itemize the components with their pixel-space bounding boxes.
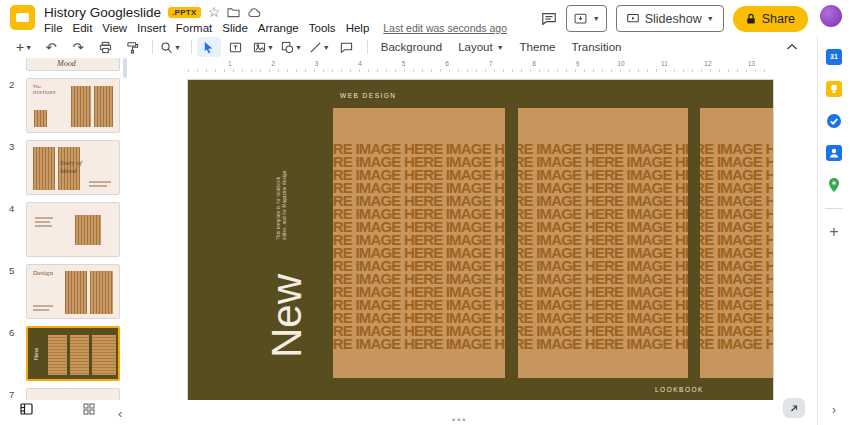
insert-comment-button[interactable] — [335, 37, 359, 57]
filmstrip-view-toggle[interactable] — [20, 401, 33, 419]
add-addon-plus-icon[interactable]: + — [829, 224, 838, 240]
theme-button[interactable]: Theme — [512, 37, 564, 57]
insert-line-button[interactable]: ▼ — [307, 37, 332, 57]
new-slide-button[interactable]: +▼ — [12, 37, 36, 57]
slide-thumbnail-4[interactable] — [26, 202, 120, 257]
toolbar-separator — [367, 40, 368, 54]
menu-item-slide[interactable]: Slide — [222, 22, 248, 34]
topbar-actions: ▼ Slideshow ▼ Share — [541, 5, 808, 32]
menu-item-format[interactable]: Format — [176, 22, 212, 34]
ruler-number: 6 — [425, 60, 468, 67]
collapse-filmstrip-chevron[interactable]: ‹ — [118, 406, 122, 421]
contacts-icon[interactable] — [826, 144, 843, 161]
google-slides-app: History Googleslide .PPTX ☆ File Edit Vi… — [0, 0, 850, 425]
slide-number: 2 — [9, 79, 14, 90]
ruler-number: 5 — [382, 60, 425, 67]
slide-side-note-text[interactable]: This template is for lookbook slides, an… — [276, 166, 287, 240]
slide-filmstrip: Mood 2 The HISTORY 3 Story of Mood — [0, 58, 135, 400]
title-block: History Googleslide .PPTX ☆ File Edit Vi… — [44, 3, 507, 34]
menu-item-view[interactable]: View — [102, 22, 127, 34]
account-avatar[interactable] — [820, 5, 842, 27]
print-button[interactable] — [93, 37, 117, 57]
slideshow-button[interactable]: Slideshow ▼ — [616, 5, 724, 32]
redo-button[interactable]: ↷ — [66, 37, 90, 57]
text-bar — [35, 217, 53, 219]
explore-button[interactable] — [783, 398, 805, 418]
slide-thumbnail-6-selected[interactable]: New — [26, 326, 120, 381]
maps-icon[interactable] — [826, 176, 843, 193]
chevron-down-icon: ▼ — [593, 15, 600, 22]
share-button[interactable]: Share — [733, 6, 808, 32]
present-to-meeting-button[interactable]: ▼ — [566, 5, 607, 32]
text-bar — [35, 221, 50, 223]
ruler-number: 2 — [251, 60, 294, 67]
share-label: Share — [762, 12, 795, 26]
editor-canvas: 12345678910111213 WEB DESIGN IMAGE HERE … — [135, 58, 818, 400]
undo-button[interactable]: ↶ — [39, 37, 63, 57]
keep-icon[interactable] — [826, 80, 843, 97]
thumb-vertical-title: New — [33, 348, 39, 360]
expand-side-panel-chevron[interactable]: › — [818, 403, 850, 417]
zoom-button[interactable]: ▼ — [158, 37, 183, 57]
menu-item-tools[interactable]: Tools — [309, 22, 336, 34]
slide-thumbnail-5[interactable]: Design — [26, 264, 120, 319]
horizontal-ruler: 12345678910111213 — [188, 60, 773, 72]
slide-header-text[interactable]: WEB DESIGN — [340, 92, 397, 99]
menu-item-arrange[interactable]: Arrange — [258, 22, 299, 34]
column-gap — [505, 108, 518, 378]
image-block — [33, 147, 55, 190]
toolbar-separator — [191, 40, 192, 54]
slide-thumbnail-2[interactable]: The HISTORY — [26, 78, 120, 133]
menu-item-insert[interactable]: Insert — [137, 22, 166, 34]
calendar-icon[interactable]: 31 — [826, 48, 843, 65]
image-block — [71, 86, 91, 127]
menu-item-edit[interactable]: Edit — [73, 22, 93, 34]
image-block — [65, 271, 87, 314]
slide-footer-text[interactable]: LOOKBOOK — [655, 386, 704, 393]
comment-history-icon[interactable] — [541, 11, 557, 27]
last-edit-link[interactable]: Last edit was seconds ago — [383, 22, 507, 34]
text-box-button[interactable] — [224, 37, 248, 57]
insert-shape-button[interactable]: ▼ — [279, 37, 304, 57]
column-gap — [688, 108, 700, 378]
text-bar — [33, 305, 53, 307]
menu-item-help[interactable]: Help — [346, 22, 370, 34]
slide-thumbnail-1[interactable]: Mood — [26, 58, 120, 71]
cloud-status-icon[interactable] — [247, 7, 261, 18]
slideshow-label: Slideshow — [645, 12, 702, 26]
slide-vertical-title[interactable]: New — [266, 248, 308, 358]
image-column-mini — [70, 335, 89, 375]
hide-menus-chevron-up[interactable] — [780, 37, 804, 57]
document-title[interactable]: History Googleslide — [44, 5, 161, 20]
grid-view-toggle[interactable] — [83, 401, 95, 419]
menu-bar: File Edit View Insert Format Slide Arran… — [44, 22, 507, 34]
thumb-title: The HISTORY — [33, 84, 63, 96]
image-here-text-layer: IMAGE HERE IMAGE HERE IMAGE HERE IMAGE H… — [333, 108, 773, 378]
select-tool-button[interactable] — [197, 37, 221, 57]
background-button[interactable]: Background — [373, 37, 450, 57]
slide-thumbnail-7[interactable] — [26, 388, 120, 400]
star-icon[interactable]: ☆ — [208, 6, 221, 19]
slide-number: 4 — [9, 203, 14, 214]
image-here-text-row: IMAGE HERE IMAGE HERE IMAGE HERE IMAGE H… — [333, 337, 773, 350]
insert-image-button[interactable]: ▼ — [251, 37, 276, 57]
tasks-icon[interactable] — [826, 112, 843, 129]
image-placeholder-area: IMAGE HERE IMAGE HERE IMAGE HERE IMAGE H… — [333, 108, 773, 378]
thumb-script-title: Mood — [57, 59, 76, 68]
slides-logo-icon[interactable] — [10, 5, 35, 30]
thumb-title: Design — [33, 270, 63, 276]
ruler-number: 8 — [512, 60, 555, 67]
speaker-notes-resize-handle[interactable]: ••• — [452, 415, 467, 425]
filmstrip-scrollbar[interactable] — [123, 58, 127, 78]
current-slide[interactable]: WEB DESIGN IMAGE HERE IMAGE HERE IMAGE H… — [188, 80, 773, 400]
layout-button[interactable]: Layout▼ — [450, 37, 511, 57]
transition-button[interactable]: Transition — [563, 37, 629, 57]
slide-thumbnail-3[interactable]: Story of Mood — [26, 140, 120, 195]
lock-icon — [746, 13, 756, 25]
thumbnail-row-7: 7 — [26, 388, 120, 400]
menu-item-file[interactable]: File — [44, 22, 63, 34]
slide-number: 5 — [9, 265, 14, 276]
move-folder-icon[interactable] — [227, 7, 240, 18]
paint-format-button[interactable] — [120, 37, 144, 57]
ruler-number: 9 — [556, 60, 599, 67]
